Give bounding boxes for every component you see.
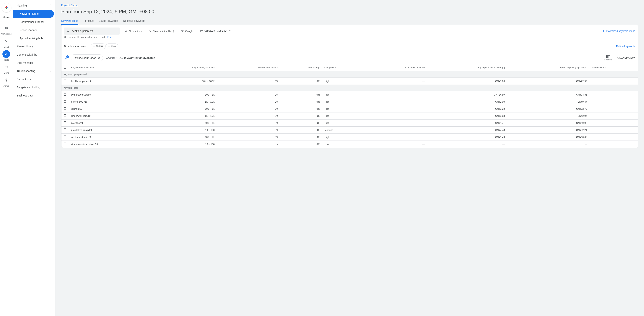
plus-icon: + <box>108 45 110 48</box>
download-link[interactable]: Download keyword ideas <box>602 29 635 33</box>
col-yoy[interactable]: YoY change <box>280 64 322 71</box>
chevron-down-icon: ⌄ <box>50 78 52 81</box>
table-row[interactable]: symprove trustpilot 100 – 1K 0% 0% High … <box>62 91 638 98</box>
sidebar-section-budgets-and-bidding[interactable]: Budgets and bidding⌄ <box>13 83 55 92</box>
table-row[interactable]: vitamin 50 100 – 1K 0% 0% High — CN¥3.23… <box>62 105 638 112</box>
search-input-wrap[interactable] <box>64 28 120 35</box>
sidebar-item-app-advertising-hub[interactable]: App advertising hub <box>13 34 55 42</box>
columns-icon <box>606 55 610 58</box>
exclude-adult-chip[interactable]: Exclude adult ideas ✕ <box>71 55 103 61</box>
row-checkbox[interactable] <box>64 93 66 96</box>
edit-link[interactable]: Edit <box>107 36 112 39</box>
col-comp[interactable]: Competition <box>322 64 364 71</box>
table-row[interactable]: ester c 500 mg 1K – 10K 0% 0% High — CN¥… <box>62 98 638 105</box>
add-filter-button[interactable]: Add filter <box>106 57 116 60</box>
sidebar-item-performance-planner[interactable]: Performance Planner <box>13 18 55 26</box>
row-checkbox[interactable] <box>64 121 66 124</box>
chevron-down-icon: ⌄ <box>50 86 52 89</box>
keyword-view-button[interactable]: Keyword view <box>617 57 635 60</box>
row-checkbox[interactable] <box>64 143 66 145</box>
rail-item-campaigns[interactable]: Campaigns <box>1 24 12 35</box>
rail-item-goals[interactable]: Goals <box>1 37 12 48</box>
date-range-filter[interactable]: Sep 2023 – Aug 2024 <box>198 28 233 34</box>
chevron-up-icon: ⌃ <box>50 4 52 7</box>
sidebar-item-keyword-planner[interactable]: Keyword Planner <box>13 10 54 18</box>
col-avg[interactable]: Avg. monthly searches <box>148 64 217 71</box>
trophy-icon <box>2 37 10 45</box>
location-filter[interactable]: All locations <box>122 28 144 34</box>
pin-icon <box>124 30 128 33</box>
rail-item-billing[interactable]: Billing <box>1 63 12 74</box>
sidebar-section-data-manager[interactable]: Data manager <box>13 59 55 67</box>
sidebar-section-planning[interactable]: Planning⌃ <box>13 2 55 10</box>
row-checkbox[interactable] <box>64 100 66 103</box>
results-card: All locations Chinese (simplified) Googl… <box>61 25 638 148</box>
network-filter[interactable]: Google <box>179 28 196 34</box>
tabs: Keyword ideasForecastSaved keywordsNegat… <box>61 18 638 25</box>
svg-rect-8 <box>606 55 610 58</box>
tab-saved-keywords[interactable]: Saved keywords <box>99 18 118 25</box>
row-checkbox[interactable] <box>64 136 66 138</box>
ideas-count: 23 keyword ideas available <box>120 56 155 60</box>
table-row[interactable]: provitalize trustpilot 10 – 100 0% 0% Me… <box>62 127 638 134</box>
keywords-table: Keyword (by relevance) Avg. monthly sear… <box>62 64 638 148</box>
sidebar-item-reach-planner[interactable]: Reach Planner <box>13 26 55 34</box>
filters-row: All locations Chinese (simplified) Googl… <box>62 25 638 36</box>
row-checkbox[interactable] <box>64 128 66 131</box>
toolbar-row: 1 Exclude adult ideas ✕ Add filter 23 ke… <box>62 52 638 64</box>
select-all-checkbox[interactable] <box>64 66 66 69</box>
megaphone-icon <box>2 24 10 32</box>
calendar-icon <box>200 29 203 32</box>
row-checkbox[interactable] <box>64 80 66 82</box>
tab-keyword-ideas[interactable]: Keyword ideas <box>61 18 78 25</box>
sidebar-section-bulk-actions[interactable]: Bulk actions⌄ <box>13 75 55 83</box>
broaden-chip[interactable]: +补品 <box>106 44 118 49</box>
chevron-down-icon: ⌄ <box>50 45 52 48</box>
sidebar-section-shared-library[interactable]: Shared library⌄ <box>13 42 55 51</box>
table-row[interactable]: health supplement 10K – 100K 0% 0% High … <box>62 78 638 85</box>
download-icon <box>602 29 605 33</box>
plus-icon: + <box>93 45 95 48</box>
svg-rect-4 <box>182 30 182 31</box>
col-low[interactable]: Top of page bid (low range) <box>427 64 507 71</box>
row-checkbox[interactable] <box>64 114 66 117</box>
rail-item-tools[interactable]: Tools <box>1 50 12 61</box>
breadcrumb[interactable]: Keyword Planner› <box>61 4 79 7</box>
columns-button[interactable]: Columns <box>604 55 612 61</box>
tab-forecast[interactable]: Forecast <box>84 18 94 25</box>
main-content: Keyword Planner› Plan from Sep 12, 2024,… <box>55 0 644 316</box>
left-rail: Create CampaignsGoalsToolsBillingAdmin <box>0 0 13 316</box>
rail-item-admin[interactable]: Admin <box>1 76 12 87</box>
sidebar-section-business-data[interactable]: Business data <box>13 92 55 100</box>
table-row[interactable]: centrum vitamin 50 100 – 1K 0% 0% High —… <box>62 134 638 141</box>
row-checkbox[interactable] <box>64 107 66 110</box>
refine-link[interactable]: Refine keywords <box>616 45 636 48</box>
col-keyword[interactable]: Keyword (by relevance) <box>69 64 148 71</box>
col-high[interactable]: Top of page bid (high range) <box>507 64 589 71</box>
table-row[interactable]: kindervital floradix 1K – 10K 0% 0% High… <box>62 112 638 120</box>
svg-rect-0 <box>5 66 8 68</box>
col-acct[interactable]: Account status <box>589 64 638 71</box>
chevron-down-icon: ⌄ <box>50 70 52 73</box>
table-row[interactable]: vitamin centrum silver 50 10 – 100 +∞ 0%… <box>62 141 638 148</box>
broaden-label: Broaden your search: <box>64 45 89 48</box>
filter-icon-button[interactable]: 1 <box>64 56 68 60</box>
table-section-header: Keywords you provided <box>62 71 638 78</box>
filter-badge: 1 <box>66 55 69 58</box>
search-input[interactable] <box>72 30 117 33</box>
col-tmc[interactable]: Three month change <box>217 64 280 71</box>
dropdown-icon <box>634 57 635 59</box>
table-row[interactable]: countboost 100 – 1K 0% 0% High — CN¥1.71… <box>62 120 638 127</box>
svg-rect-5 <box>183 30 184 31</box>
create-button[interactable] <box>2 3 11 12</box>
create-label: Create <box>3 16 10 18</box>
sidebar-section-troubleshooting[interactable]: Troubleshooting⌄ <box>13 67 55 75</box>
col-ais[interactable]: Ad impression share <box>364 64 427 71</box>
close-icon[interactable]: ✕ <box>98 56 100 60</box>
language-filter[interactable]: Chinese (simplified) <box>146 28 176 34</box>
broaden-chip[interactable]: +维生素 <box>91 44 106 49</box>
sidebar-section-content-suitability[interactable]: Content suitability <box>13 51 55 59</box>
network-icon <box>181 30 184 33</box>
search-icon <box>67 29 70 33</box>
tab-negative-keywords[interactable]: Negative keywords <box>123 18 145 25</box>
